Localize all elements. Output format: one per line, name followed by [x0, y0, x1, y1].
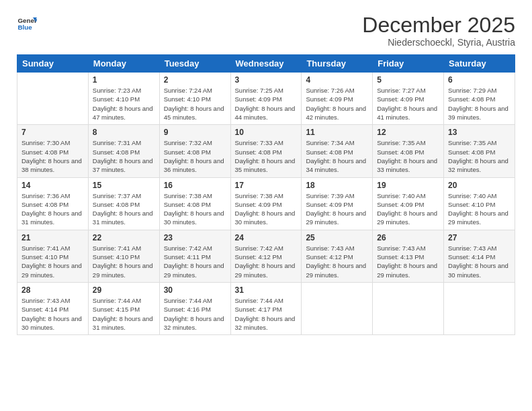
column-header-monday: Monday: [88, 55, 159, 73]
calendar-cell: 12Sunrise: 7:35 AMSunset: 4:08 PMDayligh…: [373, 125, 444, 177]
day-number: 14: [21, 181, 84, 190]
calendar-cell: 5Sunrise: 7:27 AMSunset: 4:09 PMDaylight…: [373, 73, 444, 125]
calendar-week-4: 21Sunrise: 7:41 AMSunset: 4:10 PMDayligh…: [17, 230, 515, 282]
calendar-cell: 19Sunrise: 7:40 AMSunset: 4:09 PMDayligh…: [373, 177, 444, 230]
month-title: December 2025: [362, 13, 515, 37]
day-info: Sunrise: 7:39 AMSunset: 4:09 PMDaylight:…: [306, 191, 368, 227]
calendar-cell: [373, 282, 444, 334]
day-number: 26: [377, 233, 439, 242]
day-number: 8: [93, 128, 155, 137]
day-number: 12: [377, 128, 439, 137]
calendar-cell: 22Sunrise: 7:41 AMSunset: 4:10 PMDayligh…: [88, 230, 159, 282]
column-header-wednesday: Wednesday: [230, 55, 302, 73]
day-info: Sunrise: 7:32 AMSunset: 4:08 PMDaylight:…: [164, 138, 226, 174]
day-info: Sunrise: 7:44 AMSunset: 4:17 PMDaylight:…: [235, 296, 298, 332]
day-info: Sunrise: 7:34 AMSunset: 4:08 PMDaylight:…: [306, 138, 368, 174]
logo-icon: General Blue: [17, 13, 37, 34]
title-block: December 2025 Niederschoeckl, Styria, Au…: [362, 13, 515, 48]
day-number: 4: [306, 75, 368, 85]
day-number: 16: [164, 181, 226, 190]
calendar-cell: 20Sunrise: 7:40 AMSunset: 4:10 PMDayligh…: [444, 177, 515, 230]
calendar-cell: 24Sunrise: 7:42 AMSunset: 4:12 PMDayligh…: [230, 230, 302, 282]
day-info: Sunrise: 7:40 AMSunset: 4:10 PMDaylight:…: [448, 191, 511, 227]
calendar-cell: 1Sunrise: 7:23 AMSunset: 4:10 PMDaylight…: [88, 73, 159, 125]
calendar-cell: 15Sunrise: 7:37 AMSunset: 4:08 PMDayligh…: [88, 177, 159, 230]
day-number: 22: [93, 233, 155, 242]
day-info: Sunrise: 7:43 AMSunset: 4:13 PMDaylight:…: [377, 244, 439, 279]
calendar-cell: 9Sunrise: 7:32 AMSunset: 4:08 PMDaylight…: [159, 125, 230, 177]
calendar-cell: 31Sunrise: 7:44 AMSunset: 4:17 PMDayligh…: [230, 282, 302, 334]
day-info: Sunrise: 7:41 AMSunset: 4:10 PMDaylight:…: [93, 244, 155, 279]
day-info: Sunrise: 7:26 AMSunset: 4:09 PMDaylight:…: [306, 86, 368, 122]
day-info: Sunrise: 7:24 AMSunset: 4:10 PMDaylight:…: [164, 86, 226, 122]
calendar-table: SundayMondayTuesdayWednesdayThursdayFrid…: [17, 54, 515, 335]
calendar-cell: 28Sunrise: 7:43 AMSunset: 4:14 PMDayligh…: [17, 282, 89, 334]
day-number: 30: [164, 285, 226, 295]
calendar-cell: 25Sunrise: 7:43 AMSunset: 4:12 PMDayligh…: [302, 230, 373, 282]
calendar-week-5: 28Sunrise: 7:43 AMSunset: 4:14 PMDayligh…: [17, 282, 515, 334]
location-subtitle: Niederschoeckl, Styria, Austria: [362, 37, 515, 48]
day-info: Sunrise: 7:43 AMSunset: 4:12 PMDaylight:…: [306, 244, 368, 279]
day-info: Sunrise: 7:29 AMSunset: 4:08 PMDaylight:…: [448, 86, 511, 122]
calendar-cell: 14Sunrise: 7:36 AMSunset: 4:08 PMDayligh…: [17, 177, 89, 230]
day-info: Sunrise: 7:40 AMSunset: 4:09 PMDaylight:…: [377, 191, 439, 227]
day-number: 2: [164, 75, 226, 85]
column-header-thursday: Thursday: [302, 55, 373, 73]
day-number: 5: [377, 75, 439, 85]
column-header-sunday: Sunday: [17, 55, 89, 73]
day-info: Sunrise: 7:36 AMSunset: 4:08 PMDaylight:…: [21, 191, 84, 227]
calendar-cell: 7Sunrise: 7:30 AMSunset: 4:08 PMDaylight…: [17, 125, 89, 177]
column-header-tuesday: Tuesday: [159, 55, 230, 73]
calendar-cell: [302, 282, 373, 334]
calendar-cell: 2Sunrise: 7:24 AMSunset: 4:10 PMDaylight…: [159, 73, 230, 125]
day-info: Sunrise: 7:44 AMSunset: 4:16 PMDaylight:…: [164, 296, 226, 332]
day-number: 10: [235, 128, 298, 137]
calendar-cell: 6Sunrise: 7:29 AMSunset: 4:08 PMDaylight…: [444, 73, 515, 125]
calendar-cell: 30Sunrise: 7:44 AMSunset: 4:16 PMDayligh…: [159, 282, 230, 334]
calendar-cell: 13Sunrise: 7:35 AMSunset: 4:08 PMDayligh…: [444, 125, 515, 177]
day-number: 27: [448, 233, 511, 242]
day-number: 21: [21, 233, 84, 242]
day-number: 1: [93, 75, 155, 85]
calendar-cell: 23Sunrise: 7:42 AMSunset: 4:11 PMDayligh…: [159, 230, 230, 282]
day-info: Sunrise: 7:30 AMSunset: 4:08 PMDaylight:…: [21, 138, 84, 174]
calendar-cell: 27Sunrise: 7:43 AMSunset: 4:14 PMDayligh…: [444, 230, 515, 282]
calendar-cell: 8Sunrise: 7:31 AMSunset: 4:08 PMDaylight…: [88, 125, 159, 177]
day-info: Sunrise: 7:35 AMSunset: 4:08 PMDaylight:…: [448, 138, 511, 174]
day-info: Sunrise: 7:43 AMSunset: 4:14 PMDaylight:…: [21, 296, 84, 332]
day-info: Sunrise: 7:38 AMSunset: 4:08 PMDaylight:…: [164, 191, 226, 227]
day-info: Sunrise: 7:41 AMSunset: 4:10 PMDaylight:…: [21, 244, 84, 279]
day-info: Sunrise: 7:42 AMSunset: 4:11 PMDaylight:…: [164, 244, 226, 279]
calendar-cell: 21Sunrise: 7:41 AMSunset: 4:10 PMDayligh…: [17, 230, 89, 282]
day-number: 24: [235, 233, 298, 242]
calendar-cell: [444, 282, 515, 334]
day-number: 15: [93, 181, 155, 190]
calendar-week-3: 14Sunrise: 7:36 AMSunset: 4:08 PMDayligh…: [17, 177, 515, 230]
day-info: Sunrise: 7:42 AMSunset: 4:12 PMDaylight:…: [235, 244, 298, 279]
calendar-cell: [17, 73, 89, 125]
header: General Blue December 2025 Niederschoeck…: [17, 13, 515, 48]
column-header-saturday: Saturday: [444, 55, 515, 73]
day-number: 3: [235, 75, 298, 85]
day-info: Sunrise: 7:43 AMSunset: 4:14 PMDaylight:…: [448, 244, 511, 279]
column-header-friday: Friday: [373, 55, 444, 73]
svg-text:Blue: Blue: [18, 24, 33, 31]
day-info: Sunrise: 7:23 AMSunset: 4:10 PMDaylight:…: [93, 86, 155, 122]
day-number: 7: [21, 128, 84, 137]
day-info: Sunrise: 7:33 AMSunset: 4:08 PMDaylight:…: [235, 138, 298, 174]
calendar-week-2: 7Sunrise: 7:30 AMSunset: 4:08 PMDaylight…: [17, 125, 515, 177]
day-number: 20: [448, 181, 511, 190]
page: General Blue December 2025 Niederschoeck…: [0, 0, 532, 411]
day-number: 11: [306, 128, 368, 137]
day-number: 25: [306, 233, 368, 242]
day-number: 18: [306, 181, 368, 190]
calendar-cell: 26Sunrise: 7:43 AMSunset: 4:13 PMDayligh…: [373, 230, 444, 282]
day-number: 23: [164, 233, 226, 242]
calendar-cell: 29Sunrise: 7:44 AMSunset: 4:15 PMDayligh…: [88, 282, 159, 334]
day-info: Sunrise: 7:38 AMSunset: 4:09 PMDaylight:…: [235, 191, 298, 227]
day-number: 19: [377, 181, 439, 190]
calendar-cell: 18Sunrise: 7:39 AMSunset: 4:09 PMDayligh…: [302, 177, 373, 230]
calendar-cell: 3Sunrise: 7:25 AMSunset: 4:09 PMDaylight…: [230, 73, 302, 125]
day-number: 29: [93, 285, 155, 295]
day-info: Sunrise: 7:27 AMSunset: 4:09 PMDaylight:…: [377, 86, 439, 122]
